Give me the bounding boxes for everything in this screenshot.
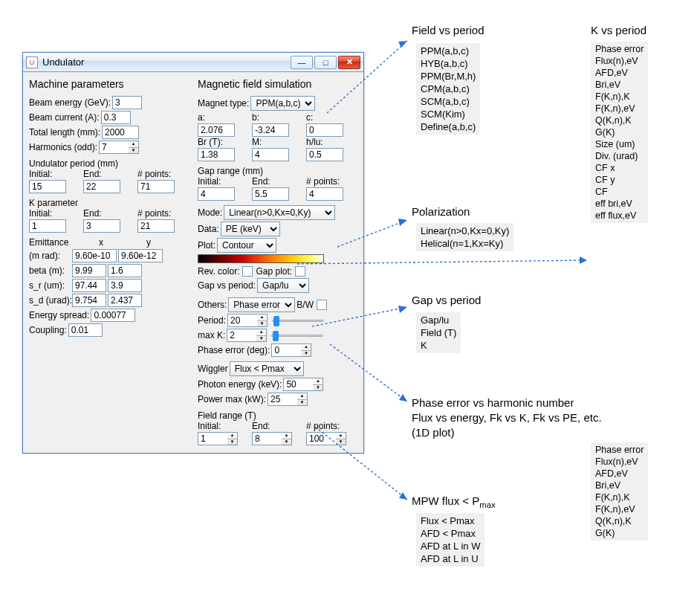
close-button[interactable]: ✕ xyxy=(338,56,360,69)
list-item[interactable]: G(K) xyxy=(595,527,644,539)
coupling-input[interactable] xyxy=(68,323,103,337)
photon-energy-input[interactable] xyxy=(283,378,313,391)
list-item[interactable]: AFD,eV xyxy=(595,468,644,480)
list-item[interactable]: K xyxy=(421,339,456,352)
list-item[interactable]: Flux < Pmax xyxy=(421,514,480,527)
list-item[interactable]: AFD < Pmax xyxy=(421,527,480,540)
list-item[interactable]: Bri,eV xyxy=(595,79,644,91)
maxk-slider[interactable] xyxy=(271,330,323,341)
list-item[interactable]: Helical(n=1,Kx=Ky) xyxy=(421,237,509,250)
period-slider[interactable] xyxy=(272,315,324,326)
gapplot-checkbox[interactable] xyxy=(295,266,305,277)
harmonics-stepper[interactable]: ▲▼ xyxy=(129,141,139,154)
list-item[interactable]: Q(K,n),K xyxy=(595,515,644,527)
beam-current-input[interactable] xyxy=(101,111,131,124)
k-points-input[interactable] xyxy=(137,219,175,233)
list-item[interactable]: Div. (urad) xyxy=(595,150,644,162)
power-max-input[interactable] xyxy=(268,393,297,406)
list-item[interactable]: Bri,eV xyxy=(595,480,644,491)
list-item[interactable]: Phase error xyxy=(595,444,644,456)
b-input[interactable] xyxy=(252,123,289,137)
list-item[interactable]: AFD at L in U xyxy=(421,552,480,565)
fr-end-input[interactable] xyxy=(252,432,282,445)
others-select[interactable]: Phase error xyxy=(228,297,295,312)
gap-vs-period-select[interactable]: Gap/lu xyxy=(257,278,309,293)
list-item[interactable]: F(K,n),K xyxy=(595,91,644,103)
list-item[interactable]: eff bri,eV xyxy=(595,198,644,210)
list-item[interactable]: F(K,n),K xyxy=(595,491,644,503)
power-max-stepper[interactable]: ▲▼ xyxy=(297,393,308,406)
list-item[interactable]: Q(K,n),K xyxy=(595,114,644,126)
und-period-end-input[interactable] xyxy=(83,180,120,193)
fr-initial-input[interactable] xyxy=(198,432,227,445)
plot-select[interactable]: Contour xyxy=(217,238,276,253)
emit-x-input[interactable] xyxy=(72,249,117,262)
magnet-type-select[interactable]: PPM(a,b,c) xyxy=(250,96,315,111)
revcolor-checkbox[interactable] xyxy=(242,266,253,277)
und-period-initial-input[interactable] xyxy=(29,180,66,193)
fr-points-input[interactable] xyxy=(306,432,336,445)
list-item[interactable]: CF x xyxy=(595,162,644,174)
br-input[interactable] xyxy=(198,148,235,161)
list-item[interactable]: Flux(n),eV xyxy=(595,55,644,67)
espread-input[interactable] xyxy=(91,309,135,322)
maximize-button[interactable]: □ xyxy=(314,56,337,69)
beam-energy-input[interactable] xyxy=(112,96,142,109)
list-item[interactable]: PPM(Br,M,h) xyxy=(421,70,476,83)
minimize-button[interactable]: — xyxy=(291,56,313,69)
phase-error-input[interactable] xyxy=(271,343,301,357)
period-input[interactable] xyxy=(227,314,257,327)
list-item[interactable]: SCM(Kim) xyxy=(421,108,476,120)
harmonics-input[interactable] xyxy=(99,141,129,154)
gap-points-input[interactable] xyxy=(306,187,343,201)
a-input[interactable] xyxy=(198,123,235,137)
data-select[interactable]: PE (keV) xyxy=(221,222,280,236)
beta-y-input[interactable] xyxy=(108,264,142,277)
emit-y-input[interactable] xyxy=(118,249,163,262)
fr-points-stepper[interactable]: ▲▼ xyxy=(336,432,346,445)
list-item[interactable]: G(K) xyxy=(595,126,644,138)
list-item[interactable]: F(K,n),eV xyxy=(595,103,644,114)
list-item[interactable]: eff flux,eV xyxy=(595,210,644,222)
fr-initial-stepper[interactable]: ▲▼ xyxy=(227,432,238,445)
beta-x-input[interactable] xyxy=(72,264,106,277)
list-item[interactable]: Gap/lu xyxy=(421,314,456,326)
sr-y-input[interactable] xyxy=(108,279,142,292)
photon-energy-stepper[interactable]: ▲▼ xyxy=(313,378,323,391)
total-length-input[interactable] xyxy=(102,126,139,139)
gap-end-input[interactable] xyxy=(252,187,289,201)
k-initial-input[interactable] xyxy=(29,219,66,233)
maxk-input[interactable] xyxy=(227,329,256,342)
list-item[interactable]: Define(a,b,c) xyxy=(421,120,476,133)
mode-select[interactable]: Linear(n>0,Kx=0,Ky) xyxy=(224,205,335,220)
list-item[interactable]: SCM(a,b,c) xyxy=(421,95,476,108)
list-item[interactable]: AFD at L in W xyxy=(421,540,480,552)
titlebar[interactable]: U Undulator — □ ✕ xyxy=(23,53,363,72)
sd-x-input[interactable] xyxy=(72,294,106,307)
list-item[interactable]: Field (T) xyxy=(421,326,456,339)
period-stepper[interactable]: ▲▼ xyxy=(257,314,268,327)
list-item[interactable]: CF y xyxy=(595,174,644,186)
list-item[interactable]: CF xyxy=(595,186,644,198)
list-item[interactable]: HYB(a,b,c) xyxy=(421,57,476,70)
hlu-input[interactable] xyxy=(306,148,343,161)
list-item[interactable]: CPM(a,b,c) xyxy=(421,83,476,95)
phase-error-stepper[interactable]: ▲▼ xyxy=(301,343,311,357)
gap-initial-input[interactable] xyxy=(198,187,235,201)
list-item[interactable]: Phase error xyxy=(595,43,644,55)
sd-y-input[interactable] xyxy=(108,294,142,307)
m-input[interactable] xyxy=(252,148,289,161)
k-end-input[interactable] xyxy=(83,219,120,233)
und-period-points-input[interactable] xyxy=(137,180,175,193)
list-item[interactable]: Linear(n>0,Kx=0,Ky) xyxy=(421,225,509,237)
list-item[interactable]: PPM(a,b,c) xyxy=(421,45,476,57)
maxk-stepper[interactable]: ▲▼ xyxy=(256,329,267,342)
list-item[interactable]: Size (um) xyxy=(595,138,644,150)
sr-x-input[interactable] xyxy=(72,279,106,292)
list-item[interactable]: Flux(n),eV xyxy=(595,456,644,468)
list-item[interactable]: F(K,n),eV xyxy=(595,503,644,515)
bw-checkbox[interactable] xyxy=(317,300,327,310)
c-input[interactable] xyxy=(306,123,343,137)
fr-end-stepper[interactable]: ▲▼ xyxy=(282,432,292,445)
wiggler-select[interactable]: Flux < Pmax xyxy=(230,361,304,376)
